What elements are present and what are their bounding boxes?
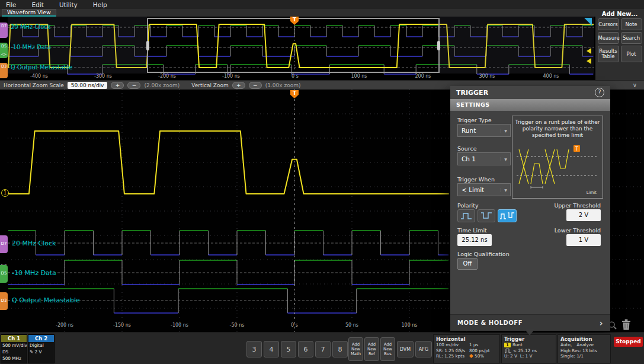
polarity-negative-button[interactable] (478, 209, 495, 222)
help-button[interactable]: ? (595, 88, 604, 97)
h-zoom-out-button[interactable]: − (127, 82, 140, 89)
channel-5-button[interactable]: 5 (281, 341, 296, 357)
zoom-window-left-handle[interactable] (146, 41, 149, 50)
add-search-button[interactable]: Search (621, 32, 642, 44)
time-tick-label: 300 ns (479, 74, 495, 79)
source-label: Source (457, 145, 477, 152)
trigger-description-text: Trigger on a runt pulse of either polari… (515, 119, 600, 139)
overview-waveform-area: D7 D5 D3 <> 20 MHz Clock -10 MHz Data Q … (0, 17, 595, 80)
time-tick-label: 100 ns (351, 74, 367, 79)
channel-7-button[interactable]: 7 (315, 341, 331, 357)
h-zoom-scale-value[interactable]: 50.00 ns/div (68, 82, 108, 89)
v-zoom-out-button[interactable]: − (249, 82, 262, 89)
add-new-panel: Add New... Cursors Note Measure Search R… (595, 9, 644, 80)
logic-qualification-label: Logic Qualification (457, 251, 510, 257)
add-new-ref-button[interactable]: Add New Ref (364, 337, 379, 361)
polarity-either-button[interactable] (498, 209, 517, 222)
limit-label: Limit (587, 190, 597, 195)
pencil-icon: ✎ (30, 349, 33, 355)
h-zoom-scale-label: Horizontal Zoom Scale (4, 82, 64, 88)
menu-edit[interactable]: Edit (32, 1, 44, 8)
trash-icon[interactable] (621, 319, 631, 333)
time-tick-label: -150 ns (113, 323, 131, 328)
menu-help[interactable]: Help (93, 1, 107, 8)
add-note-button[interactable]: Note (621, 18, 642, 30)
trigger-when-dropdown[interactable]: < Limit▼ (457, 183, 511, 196)
add-measure-button[interactable]: Measure (598, 32, 619, 44)
main-badge-d3[interactable]: D3 (0, 292, 8, 310)
channel-3-button[interactable]: 3 (246, 341, 262, 357)
caret-down-icon: ▼ (501, 129, 510, 133)
main-channel-label-clock: 20 MHz Clock (12, 240, 56, 247)
zoom-window[interactable] (147, 18, 440, 73)
channel-6-button[interactable]: 6 (298, 341, 313, 357)
menu-file[interactable]: File (6, 1, 17, 8)
collapse-chevron-icon[interactable]: ∨ (633, 82, 637, 88)
polarity-positive-button[interactable] (457, 209, 475, 222)
trigger-when-label: Trigger When (457, 176, 495, 183)
overview-badge-d7[interactable]: D7 (0, 23, 8, 38)
trigger-panel-header: TRIGGER ? (450, 86, 610, 99)
upper-threshold-value[interactable]: 2 V (566, 209, 601, 221)
channel-4-button[interactable]: 4 (264, 341, 279, 357)
trigger-settings-panel: TRIGGER ? SETTINGS Trigger Type Runt▼ Tr… (450, 86, 610, 331)
time-tick-label: 0 s (291, 74, 299, 79)
trigger-description-box: Trigger on a runt pulse of either polari… (512, 116, 603, 199)
time-limit-value[interactable]: 25.12 ns (457, 234, 492, 246)
v-zoom-in-button[interactable]: + (232, 82, 245, 89)
time-tick-label: -100 ns (222, 74, 240, 79)
ch1-waveform-handle[interactable]: 1 (1, 189, 9, 197)
ch1-title: Ch 1 (1, 335, 27, 342)
time-tick-label: -50 ns (230, 323, 245, 328)
ch1-badge-tile[interactable]: Ch 1 500 mV/div DS 500 MHz (1, 334, 27, 363)
h-zoom-in-button[interactable]: + (111, 82, 124, 89)
lower-threshold-value[interactable]: 1 V (566, 234, 601, 246)
chevron-right-icon: › (600, 318, 603, 328)
add-new-math-button[interactable]: Add New Math (348, 337, 363, 361)
runt-condition-icon (504, 348, 512, 353)
mode-holdoff-section[interactable]: MODE & HOLDOFF › (450, 314, 610, 331)
time-tick-label: 400 ns (543, 74, 559, 79)
runt-positive-icon (460, 212, 472, 220)
time-tick-label: 50 ns (345, 323, 358, 328)
zoom-window-right-handle[interactable] (437, 41, 440, 50)
expand-icon[interactable]: <> (1, 52, 7, 57)
ch2-threshold: ✎ 2 V (28, 349, 54, 355)
add-new-bus-button[interactable]: Add New Bus (380, 337, 395, 361)
dvm-button[interactable]: DVM (397, 341, 414, 357)
channel-8-button[interactable]: 8 (332, 341, 348, 357)
add-results-table-button[interactable]: Results Table (598, 46, 619, 62)
main-badge-d7[interactable]: D7 (0, 235, 8, 253)
ch1-scale: 500 mV/div (1, 342, 27, 349)
time-tick-label: 100 ns (401, 323, 417, 328)
trigger-settings-tile[interactable]: Trigger 1Runt < 25.12 ns U: 2 V L: 1 V (501, 334, 556, 363)
main-badge-d5[interactable]: D5 (0, 265, 8, 283)
time-tick-label: 0 s (291, 323, 298, 328)
ch2-badge-tile[interactable]: Ch 2 Digital ✎ 2 V (28, 334, 55, 363)
channel-button-row: 3 4 5 6 7 8 (246, 341, 348, 357)
afg-button[interactable]: AFG (415, 341, 432, 357)
channel-marker-arrow-icon (587, 58, 591, 64)
svg-text:T: T (575, 146, 578, 152)
menu-utility[interactable]: Utility (59, 1, 78, 8)
polarity-label: Polarity (457, 202, 479, 209)
acquisition-settings-tile[interactable]: Acquisition Auto,Analyze High Res: 13 bi… (558, 334, 611, 363)
add-cursors-button[interactable]: Cursors (598, 18, 619, 30)
logic-qualification-toggle[interactable]: Off (457, 258, 478, 270)
horizontal-settings-tile[interactable]: Horizontal 100 ns/div1 µs SR: 1.25 GS/s8… (433, 334, 500, 363)
tab-waveform-view[interactable]: Waveform View (2, 9, 56, 17)
stopped-button[interactable]: Stopped (614, 337, 643, 347)
ch1-coupling: DS (1, 349, 27, 355)
runt-either-icon (499, 212, 515, 220)
lower-threshold-label: Lower Threshold (555, 227, 601, 234)
runt-illustration: T (515, 145, 600, 194)
add-plot-button[interactable]: Plot (621, 46, 642, 62)
overview-channel-label-q: Q Output Metastable (11, 64, 72, 71)
source-dropdown[interactable]: Ch 1▼ (457, 152, 511, 165)
trigger-level-indicator-icon[interactable] (584, 18, 592, 25)
panel-pointer (525, 330, 534, 336)
time-limit-label: Time Limit (457, 227, 487, 234)
trigger-source-badge: 1 (504, 343, 511, 347)
ch1-bandwidth: 500 MHz (1, 355, 27, 362)
trigger-type-dropdown[interactable]: Runt▼ (457, 124, 511, 137)
